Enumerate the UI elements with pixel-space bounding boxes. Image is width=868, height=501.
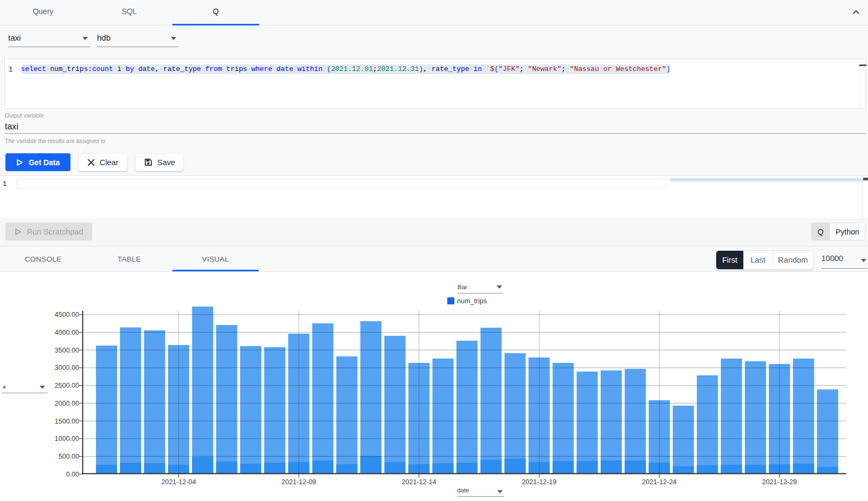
svg-text:3500.00: 3500.00 — [55, 347, 79, 354]
svg-text:1000.00: 1000.00 — [55, 435, 79, 443]
svg-text:4500.00: 4500.00 — [55, 311, 79, 318]
svg-text:2000.00: 2000.00 — [55, 400, 79, 407]
svg-text:3000.00: 3000.00 — [55, 364, 79, 372]
svg-text:2021-12-29: 2021-12-29 — [762, 478, 797, 486]
svg-text:2021-12-04: 2021-12-04 — [162, 478, 196, 486]
svg-text:0.00: 0.00 — [66, 471, 79, 478]
svg-text:2021-12-24: 2021-12-24 — [642, 478, 677, 486]
svg-text:2500.00: 2500.00 — [55, 382, 79, 389]
svg-text:4000.00: 4000.00 — [55, 329, 79, 336]
svg-text:2021-12-14: 2021-12-14 — [402, 478, 436, 486]
svg-text:500.00: 500.00 — [59, 453, 79, 460]
svg-text:2021-12-09: 2021-12-09 — [281, 478, 316, 486]
svg-text:1500.00: 1500.00 — [55, 418, 79, 425]
svg-text:2021-12-19: 2021-12-19 — [522, 478, 556, 486]
